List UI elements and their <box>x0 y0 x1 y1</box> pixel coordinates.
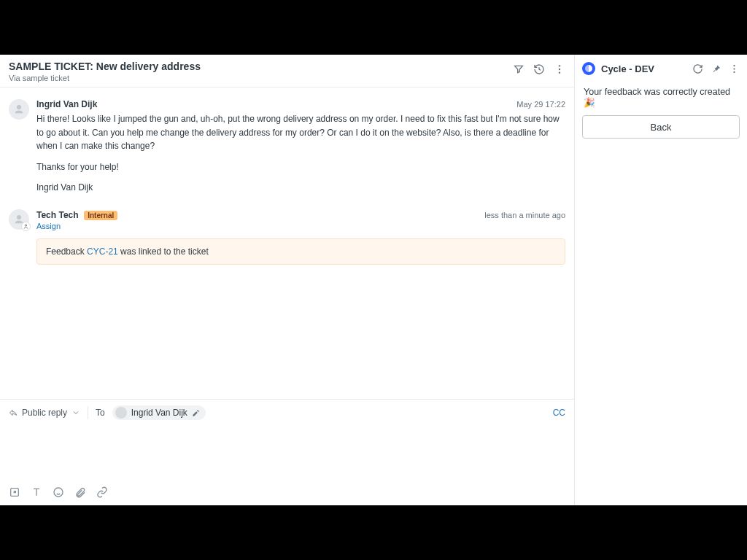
svg-point-3 <box>25 225 26 226</box>
avatar-icon <box>115 407 127 419</box>
svg-point-7 <box>733 68 735 69</box>
note-text: was linked to the ticket <box>118 246 209 257</box>
svg-point-1 <box>559 69 560 70</box>
ticket-pane: SAMPLE TICKET: New delivery address Via … <box>0 55 575 505</box>
sidebar-header: Cycle - DEV <box>582 62 740 75</box>
kebab-icon[interactable] <box>729 63 740 74</box>
internal-tag: Internal <box>84 211 117 220</box>
message-paragraph: Thanks for your help! <box>36 160 565 174</box>
svg-point-8 <box>733 71 735 72</box>
svg-point-2 <box>559 71 560 73</box>
ticket-title: SAMPLE TICKET: New delivery address <box>9 61 201 72</box>
message-body: Ingrid Van Dijk May 29 17:22 Hi there! L… <box>36 99 565 195</box>
assign-link[interactable]: Assign <box>36 222 61 230</box>
message-body: Tech Tech Internal less than a minute ag… <box>36 209 565 265</box>
avatar <box>9 99 29 120</box>
attachment-icon[interactable] <box>74 486 86 498</box>
svg-point-0 <box>559 65 560 66</box>
avatar <box>9 209 29 230</box>
message: Ingrid Van Dijk May 29 17:22 Hi there! L… <box>9 95 565 205</box>
composer: Public reply To Ingrid Van Dijk CC <box>0 399 574 505</box>
refresh-icon[interactable] <box>692 63 703 74</box>
message-author: Ingrid Van Dijk <box>36 99 97 109</box>
message-text: Hi there! Looks like I jumped the gun an… <box>36 112 565 195</box>
filter-icon[interactable] <box>513 63 525 75</box>
ticket-header: SAMPLE TICKET: New delivery address Via … <box>0 55 574 88</box>
reply-type-label: Public reply <box>22 408 67 418</box>
cycle-logo-icon <box>582 62 595 75</box>
edit-icon <box>192 409 200 417</box>
message-top: Tech Tech Internal less than a minute ag… <box>36 209 565 220</box>
history-icon[interactable] <box>533 63 545 75</box>
recipient-name: Ingrid Van Dijk <box>131 408 187 418</box>
back-button[interactable]: Back <box>582 115 740 139</box>
composer-editor[interactable] <box>0 424 574 482</box>
chevron-down-icon <box>71 408 80 417</box>
sidebar-message: Your feedback was correctly created 🎉 <box>584 87 738 108</box>
composer-toolbar <box>0 482 574 505</box>
ticket-header-actions <box>513 61 565 75</box>
emoji-icon[interactable] <box>53 486 64 498</box>
ticket-header-titles: SAMPLE TICKET: New delivery address Via … <box>9 61 201 82</box>
app-frame: SAMPLE TICKET: New delivery address Via … <box>0 55 747 505</box>
ticket-via: Via sample ticket <box>9 74 201 82</box>
reply-icon <box>9 408 18 417</box>
svg-point-6 <box>733 65 735 66</box>
svg-point-5 <box>54 488 63 497</box>
conversation: Ingrid Van Dijk May 29 17:22 Hi there! L… <box>0 88 574 399</box>
message-author: Tech Tech <box>36 210 79 220</box>
app-sidebar: Cycle - DEV Your feedback was correctly … <box>575 55 747 505</box>
kebab-icon[interactable] <box>554 63 565 75</box>
composer-top: Public reply To Ingrid Van Dijk CC <box>0 400 574 424</box>
agent-badge-icon <box>21 222 31 231</box>
recipient-chip[interactable]: Ingrid Van Dijk <box>112 405 206 420</box>
person-icon <box>9 99 29 120</box>
internal-note: Feedback CYC-21 was linked to the ticket <box>36 238 565 265</box>
pin-icon[interactable] <box>711 63 721 74</box>
cc-button[interactable]: CC <box>553 408 565 418</box>
message-time: May 29 17:22 <box>516 100 565 109</box>
link-icon[interactable] <box>96 486 108 498</box>
sidebar-title: Cycle - DEV <box>601 63 686 74</box>
reply-type-dropdown[interactable]: Public reply <box>9 408 80 418</box>
message-author-wrap: Tech Tech Internal <box>36 209 117 220</box>
message-paragraph: Ingrid Van Dijk <box>36 181 565 195</box>
text-format-icon[interactable] <box>31 486 42 498</box>
sidebar-actions <box>692 63 740 74</box>
note-link[interactable]: CYC-21 <box>87 246 118 257</box>
to-label: To <box>96 408 105 418</box>
message-time: less than a minute ago <box>484 211 565 219</box>
divider <box>88 406 88 419</box>
message-top: Ingrid Van Dijk May 29 17:22 <box>36 99 565 109</box>
popout-icon[interactable] <box>9 486 20 498</box>
message-paragraph: Hi there! Looks like I jumped the gun an… <box>36 112 565 153</box>
message: Tech Tech Internal less than a minute ag… <box>9 205 565 275</box>
note-text: Feedback <box>46 246 87 257</box>
